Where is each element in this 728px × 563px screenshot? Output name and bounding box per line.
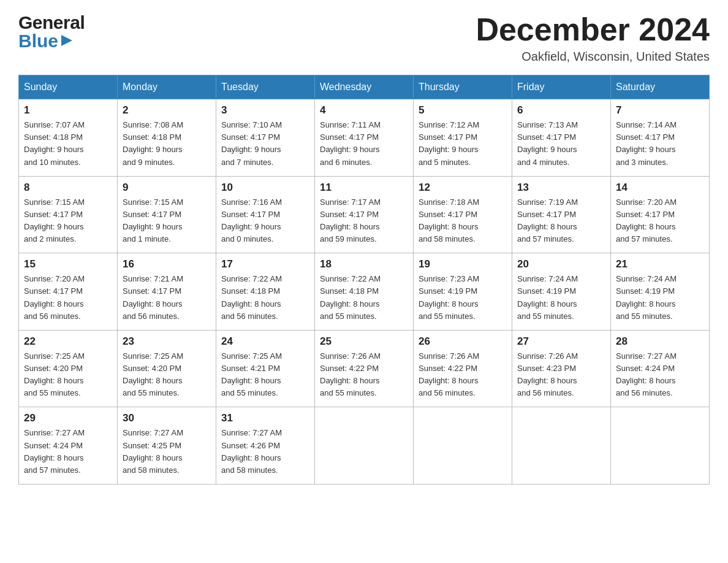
logo-flag-icon <box>60 34 74 47</box>
day-info: Sunrise: 7:16 AM Sunset: 4:17 PM Dayligh… <box>221 196 309 246</box>
day-number: 29 <box>24 412 112 424</box>
cell-week1-day7: 7Sunrise: 7:14 AM Sunset: 4:17 PM Daylig… <box>611 99 710 177</box>
cell-week3-day6: 20Sunrise: 7:24 AM Sunset: 4:19 PM Dayli… <box>512 253 611 331</box>
calendar-table: Sunday Monday Tuesday Wednesday Thursday… <box>18 75 710 484</box>
day-number: 3 <box>221 104 309 117</box>
day-number: 24 <box>221 335 309 348</box>
day-info: Sunrise: 7:22 AM Sunset: 4:18 PM Dayligh… <box>221 273 309 323</box>
day-number: 10 <box>221 182 309 194</box>
day-number: 30 <box>123 412 211 424</box>
day-info: Sunrise: 7:27 AM Sunset: 4:24 PM Dayligh… <box>24 427 112 477</box>
day-number: 15 <box>24 258 112 270</box>
day-number: 8 <box>24 182 112 194</box>
col-thursday: Thursday <box>414 75 512 99</box>
day-info: Sunrise: 7:23 AM Sunset: 4:19 PM Dayligh… <box>419 273 507 323</box>
cell-week4-day3: 24Sunrise: 7:25 AM Sunset: 4:21 PM Dayli… <box>216 330 315 407</box>
day-number: 22 <box>24 335 112 348</box>
day-info: Sunrise: 7:11 AM Sunset: 4:17 PM Dayligh… <box>320 119 408 169</box>
cell-week3-day1: 15Sunrise: 7:20 AM Sunset: 4:17 PM Dayli… <box>19 253 118 331</box>
day-info: Sunrise: 7:20 AM Sunset: 4:17 PM Dayligh… <box>24 273 112 323</box>
cell-week1-day1: 1Sunrise: 7:07 AM Sunset: 4:18 PM Daylig… <box>19 99 118 177</box>
cell-week5-day6 <box>512 407 611 484</box>
day-info: Sunrise: 7:27 AM Sunset: 4:26 PM Dayligh… <box>221 427 309 477</box>
cell-week3-day7: 21Sunrise: 7:24 AM Sunset: 4:19 PM Dayli… <box>611 253 710 331</box>
day-number: 1 <box>24 104 112 117</box>
days-of-week-row: Sunday Monday Tuesday Wednesday Thursday… <box>19 75 710 99</box>
day-info: Sunrise: 7:27 AM Sunset: 4:24 PM Dayligh… <box>616 350 704 400</box>
day-info: Sunrise: 7:25 AM Sunset: 4:20 PM Dayligh… <box>123 350 211 400</box>
week-row-1: 1Sunrise: 7:07 AM Sunset: 4:18 PM Daylig… <box>19 99 710 177</box>
cell-week5-day2: 30Sunrise: 7:27 AM Sunset: 4:25 PM Dayli… <box>118 407 216 484</box>
col-saturday: Saturday <box>611 75 710 99</box>
cell-week4-day7: 28Sunrise: 7:27 AM Sunset: 4:24 PM Dayli… <box>611 330 710 407</box>
day-number: 14 <box>616 182 704 194</box>
day-number: 9 <box>123 182 211 194</box>
day-number: 2 <box>123 104 211 117</box>
day-number: 19 <box>419 258 507 270</box>
calendar-body: 1Sunrise: 7:07 AM Sunset: 4:18 PM Daylig… <box>19 99 710 484</box>
day-number: 7 <box>616 104 704 117</box>
week-row-3: 15Sunrise: 7:20 AM Sunset: 4:17 PM Dayli… <box>19 253 710 331</box>
day-info: Sunrise: 7:24 AM Sunset: 4:19 PM Dayligh… <box>517 273 605 323</box>
calendar-header: Sunday Monday Tuesday Wednesday Thursday… <box>19 75 710 99</box>
day-number: 25 <box>320 335 408 348</box>
cell-week5-day5 <box>414 407 512 484</box>
day-info: Sunrise: 7:27 AM Sunset: 4:25 PM Dayligh… <box>123 427 211 477</box>
cell-week1-day4: 4Sunrise: 7:11 AM Sunset: 4:17 PM Daylig… <box>315 99 414 177</box>
cell-week3-day2: 16Sunrise: 7:21 AM Sunset: 4:17 PM Dayli… <box>118 253 216 331</box>
day-number: 13 <box>517 182 605 194</box>
cell-week5-day3: 31Sunrise: 7:27 AM Sunset: 4:26 PM Dayli… <box>216 407 315 484</box>
day-info: Sunrise: 7:19 AM Sunset: 4:17 PM Dayligh… <box>517 196 605 246</box>
cell-week5-day4 <box>315 407 414 484</box>
cell-week3-day3: 17Sunrise: 7:22 AM Sunset: 4:18 PM Dayli… <box>216 253 315 331</box>
cell-week2-day3: 10Sunrise: 7:16 AM Sunset: 4:17 PM Dayli… <box>216 176 315 253</box>
day-info: Sunrise: 7:22 AM Sunset: 4:18 PM Dayligh… <box>320 273 408 323</box>
day-number: 12 <box>419 182 507 194</box>
day-info: Sunrise: 7:17 AM Sunset: 4:17 PM Dayligh… <box>320 196 408 246</box>
day-number: 16 <box>123 258 211 270</box>
day-number: 21 <box>616 258 704 270</box>
week-row-5: 29Sunrise: 7:27 AM Sunset: 4:24 PM Dayli… <box>19 407 710 484</box>
day-info: Sunrise: 7:12 AM Sunset: 4:17 PM Dayligh… <box>419 119 507 169</box>
cell-week4-day5: 26Sunrise: 7:26 AM Sunset: 4:22 PM Dayli… <box>414 330 512 407</box>
day-info: Sunrise: 7:25 AM Sunset: 4:21 PM Dayligh… <box>221 350 309 400</box>
col-sunday: Sunday <box>19 75 118 99</box>
day-number: 6 <box>517 104 605 117</box>
day-number: 17 <box>221 258 309 270</box>
day-info: Sunrise: 7:08 AM Sunset: 4:18 PM Dayligh… <box>123 119 211 169</box>
cell-week1-day5: 5Sunrise: 7:12 AM Sunset: 4:17 PM Daylig… <box>414 99 512 177</box>
cell-week2-day6: 13Sunrise: 7:19 AM Sunset: 4:17 PM Dayli… <box>512 176 611 253</box>
calendar-location: Oakfield, Wisconsin, United States <box>476 50 710 64</box>
title-block: December 2024 Oakfield, Wisconsin, Unite… <box>476 12 710 64</box>
week-row-4: 22Sunrise: 7:25 AM Sunset: 4:20 PM Dayli… <box>19 330 710 407</box>
day-info: Sunrise: 7:14 AM Sunset: 4:17 PM Dayligh… <box>616 119 704 169</box>
cell-week4-day2: 23Sunrise: 7:25 AM Sunset: 4:20 PM Dayli… <box>118 330 216 407</box>
day-number: 18 <box>320 258 408 270</box>
day-number: 26 <box>419 335 507 348</box>
day-info: Sunrise: 7:26 AM Sunset: 4:22 PM Dayligh… <box>419 350 507 400</box>
logo: General Blue <box>18 12 85 52</box>
day-info: Sunrise: 7:20 AM Sunset: 4:17 PM Dayligh… <box>616 196 704 246</box>
day-info: Sunrise: 7:25 AM Sunset: 4:20 PM Dayligh… <box>24 350 112 400</box>
col-friday: Friday <box>512 75 611 99</box>
cell-week5-day1: 29Sunrise: 7:27 AM Sunset: 4:24 PM Dayli… <box>19 407 118 484</box>
day-number: 28 <box>616 335 704 348</box>
day-info: Sunrise: 7:13 AM Sunset: 4:17 PM Dayligh… <box>517 119 605 169</box>
cell-week2-day5: 12Sunrise: 7:18 AM Sunset: 4:17 PM Dayli… <box>414 176 512 253</box>
cell-week4-day1: 22Sunrise: 7:25 AM Sunset: 4:20 PM Dayli… <box>19 330 118 407</box>
day-info: Sunrise: 7:15 AM Sunset: 4:17 PM Dayligh… <box>24 196 112 246</box>
day-number: 11 <box>320 182 408 194</box>
cell-week1-day6: 6Sunrise: 7:13 AM Sunset: 4:17 PM Daylig… <box>512 99 611 177</box>
cell-week1-day2: 2Sunrise: 7:08 AM Sunset: 4:18 PM Daylig… <box>118 99 216 177</box>
cell-week2-day1: 8Sunrise: 7:15 AM Sunset: 4:17 PM Daylig… <box>19 176 118 253</box>
day-number: 31 <box>221 412 309 424</box>
day-info: Sunrise: 7:26 AM Sunset: 4:23 PM Dayligh… <box>517 350 605 400</box>
day-info: Sunrise: 7:18 AM Sunset: 4:17 PM Dayligh… <box>419 196 507 246</box>
cell-week2-day4: 11Sunrise: 7:17 AM Sunset: 4:17 PM Dayli… <box>315 176 414 253</box>
cell-week2-day7: 14Sunrise: 7:20 AM Sunset: 4:17 PM Dayli… <box>611 176 710 253</box>
week-row-2: 8Sunrise: 7:15 AM Sunset: 4:17 PM Daylig… <box>19 176 710 253</box>
col-monday: Monday <box>118 75 216 99</box>
day-info: Sunrise: 7:21 AM Sunset: 4:17 PM Dayligh… <box>123 273 211 323</box>
page-header: General Blue December 2024 Oakfield, Wis… <box>18 12 710 64</box>
day-number: 4 <box>320 104 408 117</box>
